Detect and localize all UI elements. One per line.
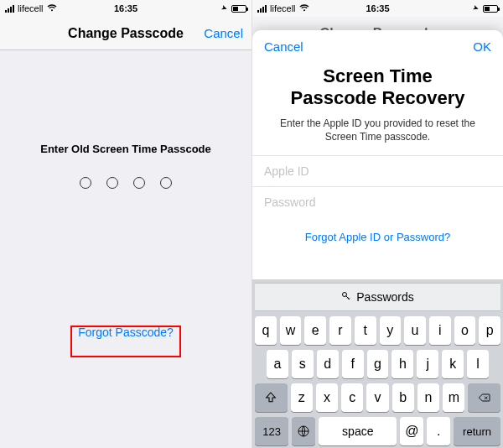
keyboard-row-3: zxcvbnm bbox=[255, 383, 500, 412]
key-q[interactable]: q bbox=[255, 316, 277, 345]
space-key[interactable]: space bbox=[319, 417, 397, 445]
passcode-dot bbox=[80, 177, 91, 189]
key-t[interactable]: t bbox=[355, 316, 376, 345]
keyboard-row-4: 123 space @ . return bbox=[255, 417, 500, 445]
enter-passcode-prompt: Enter Old Screen Time Passcode bbox=[0, 143, 252, 155]
backspace-key[interactable] bbox=[468, 383, 500, 412]
key-b[interactable]: b bbox=[392, 383, 414, 412]
status-time: 16:35 bbox=[252, 3, 503, 13]
key-a[interactable]: a bbox=[267, 350, 288, 378]
numbers-key[interactable]: 123 bbox=[255, 417, 288, 445]
key-c[interactable]: c bbox=[341, 383, 363, 412]
key-s[interactable]: s bbox=[292, 350, 314, 378]
sheet-cancel-button[interactable]: Cancel bbox=[264, 39, 303, 54]
cancel-button[interactable]: Cancel bbox=[204, 26, 243, 40]
globe-key[interactable] bbox=[292, 417, 315, 445]
key-i[interactable]: i bbox=[429, 316, 451, 345]
passcode-dots[interactable] bbox=[0, 177, 252, 189]
status-bar: lifecell 16:35 ➤ bbox=[0, 0, 252, 17]
recovery-sheet: Cancel OK Screen Time Passcode Recovery … bbox=[252, 30, 503, 448]
key-r[interactable]: r bbox=[329, 316, 351, 345]
annotation-highlight-box bbox=[70, 326, 181, 357]
sheet-title: Screen Time Passcode Recovery bbox=[252, 62, 503, 117]
key-d[interactable]: d bbox=[317, 350, 339, 378]
key-g[interactable]: g bbox=[367, 350, 389, 378]
key-e[interactable]: e bbox=[304, 316, 326, 345]
passcode-dot bbox=[160, 177, 172, 189]
dot-key[interactable]: . bbox=[427, 417, 450, 445]
sheet-subtitle: Enter the Apple ID you provided to reset… bbox=[252, 117, 503, 155]
password-field[interactable]: Password bbox=[252, 186, 503, 217]
key-icon bbox=[341, 290, 351, 304]
key-j[interactable]: j bbox=[417, 350, 438, 378]
screen-change-passcode: lifecell 16:35 ➤ Change Passcode Cancel … bbox=[0, 0, 252, 448]
shift-key[interactable] bbox=[255, 383, 288, 412]
battery-icon bbox=[231, 5, 246, 13]
key-y[interactable]: y bbox=[380, 316, 402, 345]
keyboard-suggestion-label: Passwords bbox=[356, 290, 413, 304]
key-f[interactable]: f bbox=[342, 350, 364, 378]
at-key[interactable]: @ bbox=[400, 417, 423, 445]
screen-passcode-recovery: lifecell 16:35 ➤ Change Passcode Cancel … bbox=[252, 0, 503, 448]
passcode-dot bbox=[133, 177, 145, 189]
key-h[interactable]: h bbox=[392, 350, 413, 378]
battery-icon bbox=[483, 5, 498, 13]
key-z[interactable]: z bbox=[291, 383, 313, 412]
passcode-dot bbox=[106, 177, 118, 189]
key-u[interactable]: u bbox=[404, 316, 426, 345]
return-key[interactable]: return bbox=[454, 417, 500, 445]
key-v[interactable]: v bbox=[366, 383, 388, 412]
sheet-title-line1: Screen Time bbox=[323, 65, 432, 86]
sheet-ok-button[interactable]: OK bbox=[473, 39, 491, 54]
keyboard-suggestion-bar[interactable]: Passwords bbox=[255, 283, 500, 311]
sheet-title-line2: Passcode Recovery bbox=[291, 87, 465, 108]
key-p[interactable]: p bbox=[479, 316, 500, 345]
nav-title: Change Passcode bbox=[68, 26, 184, 41]
key-k[interactable]: k bbox=[442, 350, 464, 378]
key-w[interactable]: w bbox=[280, 316, 302, 345]
keyboard-row-2: asdfghjkl bbox=[255, 350, 500, 378]
key-l[interactable]: l bbox=[467, 350, 489, 378]
apple-id-field[interactable]: Apple ID bbox=[252, 155, 503, 186]
keyboard: Passwords qwertyuiop asdfghjkl zxcvbnm 1… bbox=[252, 279, 503, 448]
key-m[interactable]: m bbox=[443, 383, 464, 412]
key-x[interactable]: x bbox=[316, 383, 338, 412]
nav-bar: Change Passcode Cancel bbox=[0, 17, 252, 50]
key-n[interactable]: n bbox=[417, 383, 439, 412]
forgot-apple-id-link[interactable]: Forgot Apple ID or Password? bbox=[252, 217, 503, 257]
keyboard-row-1: qwertyuiop bbox=[255, 316, 500, 345]
key-o[interactable]: o bbox=[454, 316, 476, 345]
status-bar: lifecell 16:35 ➤ bbox=[252, 0, 503, 17]
status-time: 16:35 bbox=[0, 3, 252, 13]
